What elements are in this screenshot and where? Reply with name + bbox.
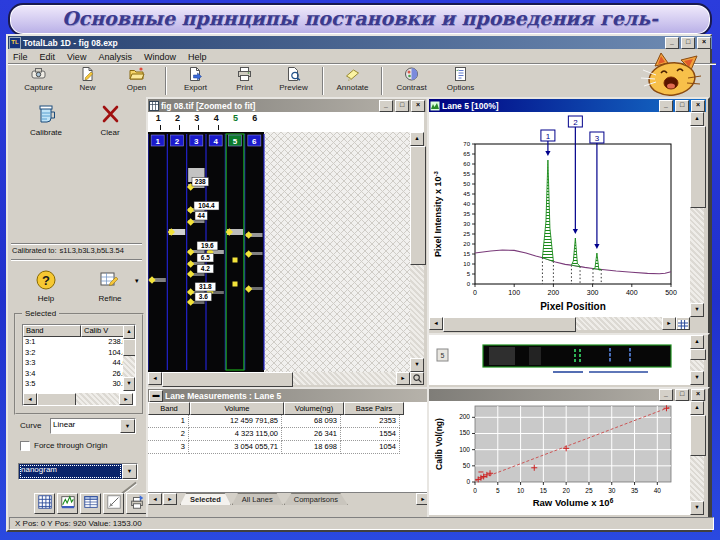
selected-table-row[interactable]: 3:2104.4 <box>23 348 135 359</box>
measurements-column-header[interactable]: Volume(ng) <box>284 402 344 415</box>
scroll-up-button[interactable]: ▲ <box>690 401 704 415</box>
scroll-track[interactable] <box>690 349 704 371</box>
scroll-left-button[interactable]: ◄ <box>148 372 162 385</box>
scroll-left-button[interactable]: ◄ <box>23 393 37 405</box>
scroll-up-button[interactable]: ▲ <box>690 335 704 349</box>
scroll-track[interactable] <box>443 317 662 330</box>
units-select[interactable]: nanogram ▼ <box>18 463 138 480</box>
chevron-down-icon[interactable]: ▼ <box>122 464 137 479</box>
maximize-button[interactable]: □ <box>395 100 409 112</box>
toolbar-button-new[interactable]: New <box>63 66 112 97</box>
tab-comparisons[interactable]: Comparisons <box>284 493 348 505</box>
measurements-column-header[interactable]: Band <box>148 402 190 415</box>
tab-selected[interactable]: Selected <box>180 493 231 505</box>
menu-help[interactable]: Help <box>183 51 214 63</box>
scroll-right-button[interactable]: ► <box>396 372 410 385</box>
scroll-thumb[interactable] <box>690 415 706 456</box>
calibrate-button[interactable]: Calibrate <box>22 103 70 137</box>
toolbar-button-annotate[interactable]: Annotate <box>328 66 377 97</box>
measurement-row[interactable]: 33 054 055,7118 6981054 <box>148 441 430 454</box>
close-button[interactable]: × <box>691 389 705 401</box>
scroll-thumb[interactable] <box>37 393 76 406</box>
pane-split-button[interactable] <box>676 317 690 330</box>
toolbar-button-print[interactable]: Print <box>220 66 269 97</box>
minimize-button[interactable]: _ <box>379 100 393 112</box>
tab-all-lanes[interactable]: All Lanes <box>232 493 283 505</box>
chevron-down-icon[interactable]: ▼ <box>120 419 135 433</box>
scroll-track[interactable] <box>690 126 704 303</box>
scroll-track[interactable] <box>37 393 119 405</box>
menu-analysis[interactable]: Analysis <box>93 51 139 63</box>
minimize-button[interactable]: _ <box>665 37 679 49</box>
scroll-left-button[interactable]: ◄ <box>429 317 443 330</box>
scroll-right-button[interactable]: ► <box>662 317 676 330</box>
scroll-down-button[interactable]: ▼ <box>690 501 704 515</box>
scroll-thumb[interactable] <box>443 317 576 332</box>
toolbar-button-capture[interactable]: Capture <box>14 66 63 97</box>
measurements-column-header[interactable]: Volume <box>190 402 284 415</box>
restore-button[interactable]: □ <box>681 37 695 49</box>
refine-more-arrow[interactable]: ▾ <box>135 277 139 285</box>
maximize-button[interactable]: □ <box>675 389 689 401</box>
scroll-down-button[interactable]: ▼ <box>690 303 704 317</box>
view-button-report-print[interactable] <box>126 493 147 514</box>
scroll-thumb[interactable] <box>410 146 426 265</box>
scroll-track[interactable] <box>410 146 424 358</box>
window-menu-button[interactable]: ▬ <box>149 390 163 402</box>
strip-vscroll[interactable]: ▲▼ <box>690 335 704 385</box>
scroll-down-button[interactable]: ▼ <box>690 371 704 385</box>
selected-table-row[interactable]: 3:344.0 <box>23 358 135 369</box>
toolbar-button-options[interactable]: Options <box>436 66 485 97</box>
view-button-line-tool[interactable] <box>103 493 124 514</box>
minimize-button[interactable]: _ <box>659 389 673 401</box>
close-button[interactable]: × <box>411 100 425 112</box>
refine-button[interactable]: Refine <box>88 269 132 303</box>
toolbar-button-open[interactable]: Open <box>112 66 161 97</box>
tab-scroll-right-button[interactable]: ► <box>163 493 177 505</box>
clear-button[interactable]: Clear <box>88 103 132 137</box>
zoom-tool-button[interactable] <box>410 372 424 385</box>
scroll-thumb[interactable] <box>123 339 136 356</box>
menu-view[interactable]: View <box>62 51 93 63</box>
toolbar-button-preview[interactable]: Preview <box>269 66 318 97</box>
toolbar-button-contrast[interactable]: Contrast <box>387 66 436 97</box>
measurements-column-header[interactable]: Base Pairs <box>344 402 404 415</box>
scroll-track[interactable] <box>690 415 704 501</box>
menu-window[interactable]: Window <box>139 51 183 63</box>
help-button[interactable]: ? Help <box>22 269 70 303</box>
profile-vscroll[interactable]: ▲▼ <box>690 112 704 317</box>
selected-table-vscroll[interactable]: ▲▼ <box>123 325 135 391</box>
curve-select[interactable]: Linear ▼ <box>50 418 136 434</box>
measurement-row[interactable]: 112 459 791,8568 0932353 <box>148 415 430 428</box>
close-button[interactable]: × <box>697 37 711 49</box>
profile-hscroll[interactable]: ◄► <box>429 317 676 330</box>
calibration-vscroll[interactable]: ▲▼ <box>690 401 704 515</box>
view-button-table[interactable] <box>80 493 101 514</box>
tab-scroll-left-button[interactable]: ◄ <box>148 493 162 505</box>
view-button-grid[interactable] <box>34 493 55 514</box>
view-button-profile-mini[interactable] <box>57 493 78 514</box>
selected-table-row[interactable]: 3:1238.0 <box>23 337 135 348</box>
gel-image[interactable]: 123456238104.44419.66.54.231.83.6 <box>148 132 410 372</box>
scroll-thumb[interactable] <box>162 372 293 387</box>
selected-table-row[interactable]: 3:426.0 <box>23 369 135 380</box>
selected-table-hscroll[interactable]: ◄► <box>23 393 133 405</box>
measurement-row[interactable]: 24 323 115,0026 3411554 <box>148 428 430 441</box>
gel-vscroll[interactable]: ▲▼ <box>410 132 424 372</box>
scroll-up-button[interactable]: ▲ <box>690 112 704 126</box>
selected-table-row[interactable]: 3:530.9 <box>23 379 135 390</box>
menu-file[interactable]: File <box>8 51 35 63</box>
toolbar-button-export[interactable]: Export <box>171 66 220 97</box>
scroll-up-button[interactable]: ▲ <box>123 325 135 339</box>
selected-column-header[interactable]: Band <box>23 325 81 337</box>
scroll-track[interactable] <box>162 372 396 385</box>
gel-hscroll[interactable]: ◄► <box>148 372 410 385</box>
scroll-thumb[interactable] <box>690 126 706 208</box>
scroll-down-button[interactable]: ▼ <box>123 377 135 391</box>
scroll-thumb[interactable] <box>690 349 706 360</box>
scroll-up-button[interactable]: ▲ <box>410 132 424 146</box>
scroll-right-button[interactable]: ► <box>119 393 133 405</box>
scroll-track[interactable] <box>123 339 135 377</box>
force-origin-checkbox[interactable] <box>20 441 30 451</box>
menu-edit[interactable]: Edit <box>35 51 63 63</box>
